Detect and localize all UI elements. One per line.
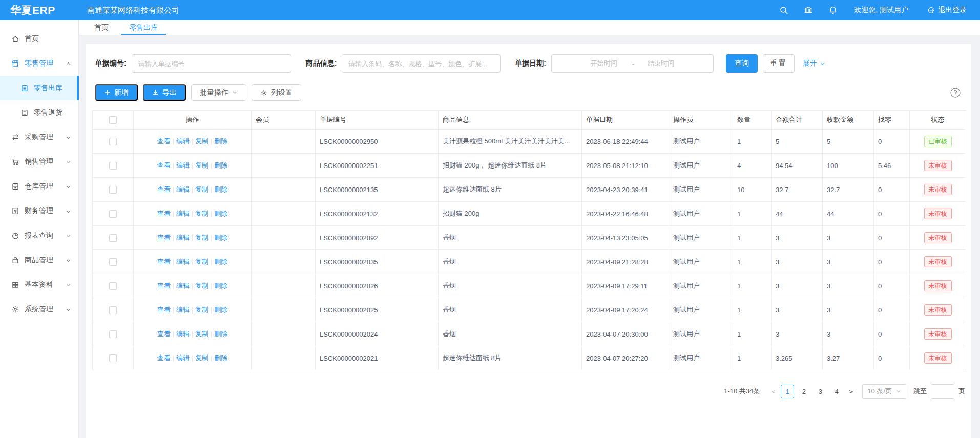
copy-link[interactable]: 复制	[195, 330, 208, 338]
next-page-arrow[interactable]: >	[845, 385, 857, 398]
row-checkbox[interactable]	[109, 354, 117, 362]
view-link[interactable]: 查看	[157, 354, 171, 362]
column-settings-button[interactable]: 列设置	[252, 84, 301, 101]
member-cell	[252, 298, 316, 322]
delete-link[interactable]: 删除	[214, 330, 227, 338]
edit-link[interactable]: 编辑	[176, 161, 190, 169]
delete-link[interactable]: 删除	[214, 354, 227, 362]
row-checkbox[interactable]	[109, 162, 117, 170]
bell-icon[interactable]	[828, 6, 838, 15]
delete-link[interactable]: 删除	[214, 161, 227, 169]
sidebar-item-purchase-management[interactable]: 采购管理	[0, 125, 78, 150]
edit-link[interactable]: 编辑	[176, 234, 190, 241]
chevron-up-icon	[66, 61, 71, 67]
sidebar-item-home[interactable]: 首页	[0, 27, 78, 51]
jump-to-input[interactable]	[931, 384, 954, 399]
product-info-input[interactable]	[342, 54, 501, 73]
status-badge: 未审核	[924, 232, 952, 243]
sidebar-item-finance-management[interactable]: 财务管理	[0, 199, 78, 223]
row-checkbox[interactable]	[109, 234, 117, 242]
copy-link[interactable]: 复制	[195, 282, 208, 289]
search-icon[interactable]	[779, 6, 788, 15]
view-link[interactable]: 查看	[157, 258, 171, 265]
select-all-checkbox[interactable]	[109, 116, 117, 124]
sidebar-item-system-management[interactable]: 系统管理	[0, 297, 78, 322]
sidebar-item-report-query[interactable]: 报表查询	[0, 223, 78, 248]
edit-link[interactable]: 编辑	[176, 282, 190, 289]
row-checkbox[interactable]	[109, 258, 117, 266]
order-no-cell: LSCK00000002092	[316, 226, 439, 250]
view-link[interactable]: 查看	[157, 234, 171, 241]
copy-link[interactable]: 复制	[195, 161, 208, 169]
edit-link[interactable]: 编辑	[176, 354, 190, 362]
view-link[interactable]: 查看	[157, 137, 171, 145]
edit-link[interactable]: 编辑	[176, 330, 190, 338]
view-link[interactable]: 查看	[157, 306, 171, 314]
reset-button[interactable]: 重置	[763, 54, 795, 73]
total-amount-cell: 3.265	[772, 346, 823, 370]
row-checkbox[interactable]	[109, 186, 117, 194]
row-checkbox[interactable]	[109, 210, 117, 218]
copy-link[interactable]: 复制	[195, 354, 208, 362]
page-button-1[interactable]: 1	[781, 385, 794, 398]
view-link[interactable]: 查看	[157, 185, 171, 193]
sidebar-item-goods-management[interactable]: 商品管理	[0, 248, 78, 273]
prev-page-arrow[interactable]: <	[767, 385, 779, 398]
search-button[interactable]: 查询	[726, 54, 758, 73]
edit-link[interactable]: 编辑	[176, 185, 190, 193]
row-checkbox[interactable]	[109, 138, 117, 145]
row-checkbox[interactable]	[109, 306, 117, 314]
view-link[interactable]: 查看	[157, 330, 171, 338]
view-link[interactable]: 查看	[157, 282, 171, 289]
product-cell: 香烟	[439, 322, 582, 346]
date-cell: 2023-04-09 17:29:11	[582, 274, 669, 298]
row-checkbox[interactable]	[109, 282, 117, 290]
sidebar-item-retail-return[interactable]: 零售退货	[0, 100, 78, 125]
export-button[interactable]: 导出	[143, 84, 186, 101]
page-button-2[interactable]: 2	[797, 385, 810, 398]
copy-link[interactable]: 复制	[195, 185, 208, 193]
help-icon[interactable]	[950, 87, 961, 98]
view-link[interactable]: 查看	[157, 210, 171, 217]
logout-button[interactable]: 退出登录	[927, 6, 967, 15]
delete-link[interactable]: 删除	[214, 282, 227, 289]
sidebar-item-retail-outbound[interactable]: 零售出库	[0, 76, 78, 100]
copy-link[interactable]: 复制	[195, 137, 208, 145]
row-checkbox[interactable]	[109, 330, 117, 338]
copy-link[interactable]: 复制	[195, 306, 208, 314]
delete-link[interactable]: 删除	[214, 137, 227, 145]
batch-actions-label: 批量操作	[200, 88, 228, 97]
expand-link[interactable]: 展开	[803, 59, 825, 68]
chevron-down-icon	[232, 90, 238, 95]
edit-link[interactable]: 编辑	[176, 137, 190, 145]
delete-link[interactable]: 删除	[214, 185, 227, 193]
delete-link[interactable]: 删除	[214, 234, 227, 241]
bank-icon[interactable]	[804, 6, 813, 15]
view-link[interactable]: 查看	[157, 161, 171, 169]
sidebar-item-retail-management[interactable]: 零售管理	[0, 51, 78, 76]
edit-link[interactable]: 编辑	[176, 258, 190, 265]
date-range-picker[interactable]: 开始时间 ~ 结束时间	[551, 54, 714, 73]
page-size-select[interactable]: 10 条/页	[862, 384, 906, 399]
copy-link[interactable]: 复制	[195, 210, 208, 217]
delete-link[interactable]: 删除	[214, 210, 227, 217]
delete-link[interactable]: 删除	[214, 306, 227, 314]
page-button-4[interactable]: 4	[830, 385, 843, 398]
chevron-down-icon	[66, 159, 71, 165]
batch-actions-button[interactable]: 批量操作	[191, 84, 246, 101]
operator-cell: 测试用户	[669, 274, 733, 298]
sidebar-item-basic-data[interactable]: 基本资料	[0, 273, 78, 297]
delete-link[interactable]: 删除	[214, 258, 227, 265]
add-button[interactable]: 新增	[95, 84, 138, 101]
copy-link[interactable]: 复制	[195, 258, 208, 265]
sidebar-item-sales-management[interactable]: 销售管理	[0, 150, 78, 174]
tab-home[interactable]: 首页	[94, 20, 109, 35]
page-button-3[interactable]: 3	[814, 385, 827, 398]
edit-link[interactable]: 编辑	[176, 210, 190, 217]
edit-link[interactable]: 编辑	[176, 306, 190, 314]
sidebar-item-warehouse-management[interactable]: 仓库管理	[0, 174, 78, 199]
copy-link[interactable]: 复制	[195, 234, 208, 241]
table-row: 查看|编辑|复制|删除 LSCK00000002021 超迷你维达面纸 8片 2…	[93, 346, 966, 370]
order-no-input[interactable]	[132, 54, 291, 73]
tab-retail-outbound[interactable]: 零售出库	[129, 20, 158, 35]
